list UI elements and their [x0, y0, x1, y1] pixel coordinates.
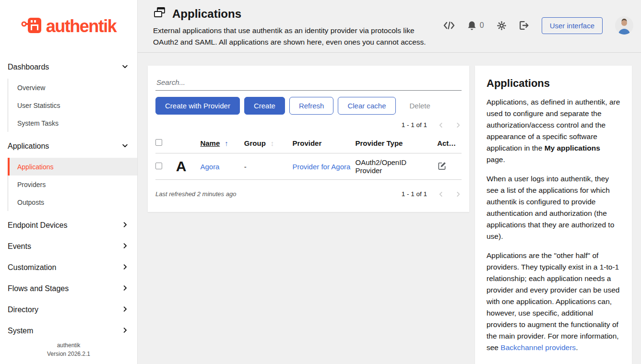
table-row: A Agora - Provider for Agora OAuth2/Open… [155, 153, 462, 180]
pagination-top: 1 - 1 of 1 [155, 121, 462, 129]
sidebar-item-directory[interactable]: Directory [0, 299, 137, 320]
page-header: Applications External applications that … [138, 0, 641, 53]
api-code-icon[interactable] [443, 21, 455, 30]
footer-app-name: authentik [0, 341, 137, 350]
info-panel: Applications Applications, as defined in… [475, 66, 632, 364]
sidebar-item-endpoint-devices[interactable]: Endpoint Devices [0, 215, 137, 236]
select-all-checkbox[interactable] [155, 139, 162, 146]
page-next-icon[interactable] [455, 191, 462, 198]
sort-icon: ↕ [271, 139, 274, 147]
sidebar-footer: authentik Version 2026.2.1 [0, 336, 137, 364]
sidebar-nav: Dashboards Overview User Statistics Syst… [0, 53, 137, 341]
page-previous-icon[interactable] [438, 191, 444, 198]
clear-cache-button[interactable]: Clear cache [338, 97, 395, 115]
info-paragraph-1: Applications, as defined in authentik, a… [487, 96, 620, 165]
column-header-provider-type: Provider Type [355, 134, 437, 153]
column-header-provider: Provider [292, 134, 355, 153]
provider-type: OAuth2/OpenID Provider [355, 153, 437, 180]
user-avatar[interactable] [615, 16, 633, 35]
authentik-key-icon [21, 16, 43, 37]
applications-list-card: Create with Provider Create Refresh Clea… [148, 66, 469, 212]
chevron-down-icon [121, 63, 129, 72]
chevron-down-icon [121, 142, 129, 151]
create-button[interactable]: Create [244, 97, 285, 115]
sidebar-item-outposts[interactable]: Outposts [8, 193, 137, 211]
sidebar-item-applications-child[interactable]: Applications [8, 158, 137, 176]
search-input[interactable] [155, 73, 462, 91]
chevron-right-icon [121, 242, 129, 251]
sidebar-item-applications[interactable]: Applications [0, 136, 137, 157]
sidebar-item-system-tasks[interactable]: System Tasks [8, 114, 137, 132]
app-group: - [244, 153, 293, 180]
sort-ascending-icon: ↑ [225, 139, 228, 147]
column-header-actions: Actions [437, 134, 462, 153]
column-header-name[interactable]: Name [200, 139, 220, 147]
footer-version: Version 2026.2.1 [0, 350, 137, 358]
chevron-right-icon [121, 263, 129, 272]
info-paragraph-2: When a user logs into authentik, they se… [487, 173, 620, 242]
app-name-link[interactable]: Agora [200, 163, 219, 171]
pagination-label: 1 - 1 of 1 [402, 121, 427, 129]
info-panel-title: Applications [487, 77, 620, 90]
chevron-right-icon [121, 221, 129, 230]
sidebar-item-dashboards[interactable]: Dashboards [0, 57, 137, 78]
sidebar-item-flows-and-stages[interactable]: Flows and Stages [0, 278, 137, 299]
settings-gear-icon[interactable] [497, 21, 507, 31]
page-previous-icon[interactable] [438, 122, 444, 129]
edit-icon[interactable] [437, 161, 447, 171]
sign-out-icon[interactable] [519, 21, 529, 30]
brand-logo[interactable]: authentik [0, 0, 137, 53]
brand-name: authentik [46, 16, 117, 36]
column-header-group[interactable]: Group [244, 139, 266, 147]
info-paragraph-3: Applications are the "other half" of pro… [487, 250, 620, 353]
applications-windows-icon [153, 7, 166, 21]
applications-table: Name↑ Group↕ Provider Provider Type Acti… [155, 134, 462, 180]
page-title: Applications [172, 7, 241, 21]
row-checkbox[interactable] [155, 163, 162, 169]
sidebar-item-overview[interactable]: Overview [8, 79, 137, 96]
sidebar-item-providers[interactable]: Providers [8, 176, 137, 193]
last-refreshed-text: Last refreshed 2 minutes ago [155, 190, 236, 198]
create-with-provider-button[interactable]: Create with Provider [155, 97, 240, 115]
pagination-bottom: 1 - 1 of 1 [402, 190, 462, 198]
chevron-right-icon [121, 284, 129, 294]
sidebar-item-user-statistics[interactable]: User Statistics [8, 96, 137, 114]
my-applications-emphasis: My applications [545, 144, 600, 152]
user-interface-button[interactable]: User interface [542, 17, 603, 34]
delete-button[interactable]: Delete [400, 97, 440, 115]
provider-link[interactable]: Provider for Agora [292, 163, 350, 171]
refresh-button[interactable]: Refresh [289, 97, 334, 115]
chevron-right-icon [121, 327, 129, 336]
notifications-bell-icon[interactable] [467, 21, 476, 31]
chevron-right-icon [121, 305, 129, 315]
page-subtitle: External applications that use authentik… [153, 25, 431, 48]
sidebar-item-customization[interactable]: Customization [0, 257, 137, 278]
backchannel-providers-link[interactable]: Backchannel providers [500, 343, 576, 352]
page-next-icon[interactable] [455, 122, 462, 129]
sidebar: authentik Dashboards Overview User Stati… [0, 0, 138, 364]
app-initial-avatar: A [176, 158, 187, 174]
pagination-label: 1 - 1 of 1 [402, 190, 427, 198]
notification-count: 0 [480, 21, 484, 30]
sidebar-item-events[interactable]: Events [0, 236, 137, 257]
